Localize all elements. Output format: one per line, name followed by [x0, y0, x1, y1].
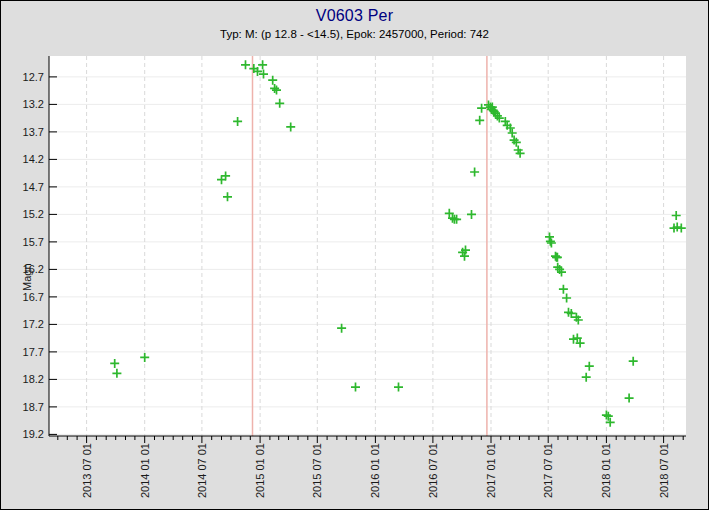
- y-tick-label: 17.7: [23, 346, 44, 358]
- x-tick-label: 2016 01 01: [369, 443, 381, 498]
- x-tick-label: 2017 07 01: [542, 443, 554, 498]
- y-tick-label: 12.7: [23, 71, 44, 83]
- y-tick-label: 15.2: [23, 208, 44, 220]
- x-tick-label: 2018 07 01: [658, 443, 670, 498]
- x-tick-label: 2015 01 01: [254, 443, 266, 498]
- y-tick-label: 18.2: [23, 373, 44, 385]
- light-curve-plot: 12.713.213.714.214.715.215.716.216.717.2…: [1, 1, 708, 509]
- x-tick-label: 2014 01 01: [139, 443, 151, 498]
- x-tick-label: 2013 07 01: [81, 443, 93, 498]
- y-tick-label: 13.7: [23, 126, 44, 138]
- y-tick-label: 14.7: [23, 181, 44, 193]
- light-curve-window: V0603 Per Typ: M: (p 12.8 - <14.5), Epok…: [0, 0, 709, 510]
- x-tick-label: 2015 07 01: [311, 443, 323, 498]
- y-tick-label: 17.2: [23, 318, 44, 330]
- y-tick-label: 13.2: [23, 98, 44, 110]
- x-tick-label: 2018 01 01: [600, 443, 612, 498]
- y-tick-label: 16.7: [23, 291, 44, 303]
- y-tick-label: 14.2: [23, 153, 44, 165]
- x-tick-label: 2014 07 01: [196, 443, 208, 498]
- x-tick-label: 2016 07 01: [427, 443, 439, 498]
- x-tick-label: 2017 01 01: [485, 443, 497, 498]
- y-axis-title: Magn: [21, 263, 33, 291]
- y-tick-label: 15.7: [23, 236, 44, 248]
- y-tick-label: 18.7: [23, 401, 44, 413]
- y-tick-label: 19.2: [23, 428, 44, 440]
